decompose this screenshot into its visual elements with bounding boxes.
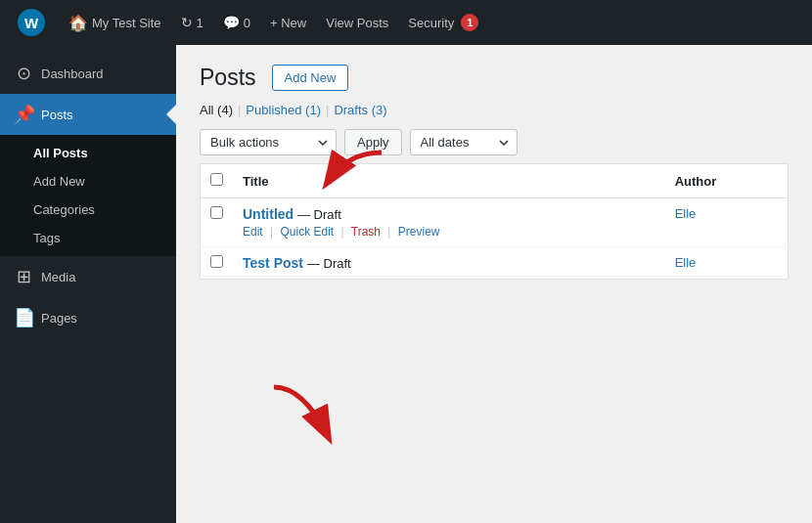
wp-logo-button[interactable]: W (10, 0, 57, 45)
refresh-icon: ↻ (181, 15, 193, 30)
view-posts-label: View Posts (326, 16, 388, 30)
sep-1c: | (387, 225, 390, 239)
site-name-button[interactable]: 🏠 My Test Site (61, 0, 169, 45)
page-header: Posts Add New (200, 65, 789, 91)
row-checkbox-1[interactable] (210, 206, 223, 219)
media-icon: ⊞ (14, 266, 33, 287)
site-name-label: My Test Site (92, 16, 161, 30)
annotation-arrow-2 (264, 382, 342, 454)
dashboard-icon: ⊙ (14, 63, 33, 84)
sidebar-item-categories[interactable]: Categories (0, 196, 176, 224)
sidebar-item-dashboard[interactable]: ⊙ Dashboard (0, 53, 176, 94)
admin-bar: W 🏠 My Test Site ↻ 1 💬 0 + New View Post… (0, 0, 812, 45)
sidebar-item-media-label: Media (41, 270, 75, 284)
sidebar-item-media[interactable]: ⊞ Media (0, 256, 176, 297)
table-row: Untitled — Draft Edit | Quick Edit | Tra… (201, 198, 789, 247)
row-checkbox-cell-2 (201, 247, 234, 280)
sidebar-item-pages-label: Pages (41, 311, 77, 326)
updates-button[interactable]: ↻ 1 (173, 0, 211, 45)
sidebar-item-posts-label: Posts (41, 108, 73, 122)
main-content: Posts Add New All (4) | Published (1) | … (176, 45, 812, 523)
post-status-2: — Draft (307, 256, 351, 271)
sidebar-item-all-posts[interactable]: All Posts (0, 139, 176, 167)
bulk-actions-select[interactable]: Bulk actions (200, 129, 337, 155)
post-status-1: — Draft (297, 207, 341, 222)
filter-bar: All (4) | Published (1) | Drafts (3) (200, 103, 789, 117)
sidebar-item-tags[interactable]: Tags (0, 224, 176, 252)
author-link-2[interactable]: Elle (675, 255, 697, 270)
post-title-link-2[interactable]: Test Post (243, 255, 307, 271)
home-icon: 🏠 (68, 14, 88, 32)
post-title-link-1[interactable]: Untitled (243, 206, 297, 222)
view-posts-button[interactable]: View Posts (318, 0, 396, 45)
header-checkbox-cell (201, 164, 234, 198)
filter-sep-2: | (326, 103, 329, 117)
page-title: Posts (200, 65, 256, 91)
posts-submenu: All Posts Add New Categories Tags (0, 135, 176, 256)
sidebar-item-dashboard-label: Dashboard (41, 66, 104, 81)
dates-select[interactable]: All dates (410, 129, 518, 155)
filter-all[interactable]: All (4) (200, 103, 233, 117)
header-title: Title (233, 164, 665, 198)
red-arrow-svg-2 (264, 382, 342, 451)
header-author: Author (665, 164, 789, 198)
row-title-cell-1: Untitled — Draft Edit | Quick Edit | Tra… (233, 198, 665, 247)
post-title-wrapper-1: Untitled — Draft (243, 206, 655, 222)
table-row: Test Post — Draft Elle (201, 247, 789, 280)
trash-link-1[interactable]: Trash (351, 225, 381, 239)
row-checkbox-2[interactable] (210, 255, 223, 268)
sep-1b: | (341, 225, 344, 239)
filter-published[interactable]: Published (1) (246, 103, 321, 117)
sidebar: ⊙ Dashboard 📌 Posts All Posts Add New Ca… (0, 45, 176, 523)
new-label: + New (270, 16, 306, 30)
row-author-cell-1: Elle (665, 198, 789, 247)
preview-link-1[interactable]: Preview (398, 225, 440, 239)
security-badge: 1 (461, 14, 478, 31)
main-layout: ⊙ Dashboard 📌 Posts All Posts Add New Ca… (0, 45, 812, 523)
sidebar-item-add-new[interactable]: Add New (0, 167, 176, 196)
toolbar: Bulk actions Apply All dates (200, 129, 789, 155)
pages-icon: 📄 (14, 307, 33, 328)
table-header-row: Title Author (201, 164, 789, 198)
row-checkbox-cell-1 (201, 198, 234, 247)
add-new-button[interactable]: Add New (272, 65, 349, 91)
security-button[interactable]: Security 1 (400, 0, 486, 45)
author-link-1[interactable]: Elle (675, 206, 697, 221)
comment-count: 0 (244, 16, 250, 30)
select-all-checkbox[interactable] (210, 173, 223, 186)
wp-logo-icon: W (18, 9, 45, 36)
row-actions-1: Edit | Quick Edit | Trash | Preview (243, 225, 655, 239)
quick-edit-link-1[interactable]: Quick Edit (281, 225, 335, 239)
update-count: 1 (197, 16, 203, 30)
apply-button[interactable]: Apply (344, 129, 402, 155)
sidebar-arrow (166, 103, 176, 126)
comments-button[interactable]: 💬 0 (215, 0, 258, 45)
posts-table: Title Author Untitled (200, 163, 789, 280)
comment-icon: 💬 (223, 15, 240, 30)
edit-link-1[interactable]: Edit (243, 225, 263, 239)
sidebar-item-posts[interactable]: 📌 Posts (0, 94, 176, 135)
row-author-cell-2: Elle (665, 247, 789, 280)
filter-sep-1: | (238, 103, 241, 117)
sep-1a: | (270, 225, 273, 239)
posts-icon: 📌 (14, 104, 33, 125)
security-label: Security (408, 16, 454, 30)
new-button[interactable]: + New (262, 0, 314, 45)
row-title-cell-2: Test Post — Draft (233, 247, 665, 280)
filter-drafts[interactable]: Drafts (3) (334, 103, 386, 117)
post-title-wrapper-2: Test Post — Draft (243, 255, 655, 271)
sidebar-item-pages[interactable]: 📄 Pages (0, 297, 176, 338)
